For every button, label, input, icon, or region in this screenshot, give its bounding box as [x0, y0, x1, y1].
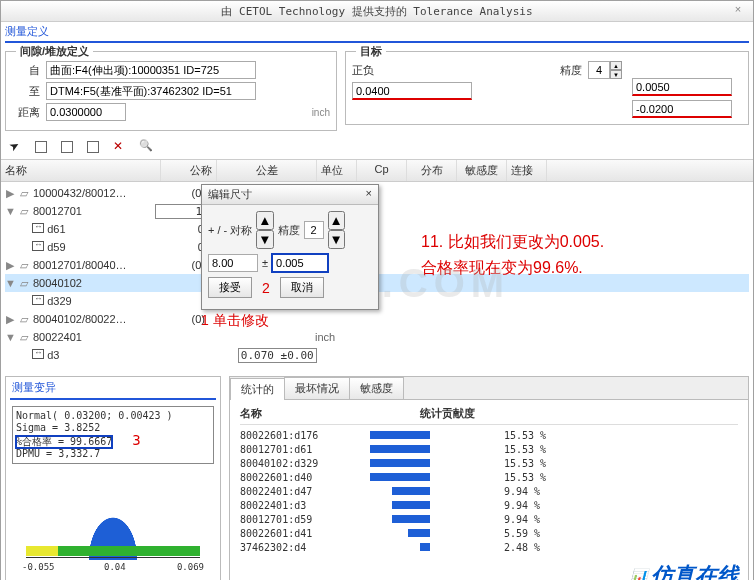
- tool-icon-1[interactable]: [35, 139, 51, 155]
- cancel-button[interactable]: 取消: [280, 277, 324, 298]
- gap-title: 间隙/堆放定义: [16, 44, 93, 59]
- app-window: 由 CETOL Technology 提供支持的 Tolerance Analy…: [0, 0, 754, 580]
- close-icon[interactable]: ×: [729, 3, 747, 19]
- target-upper-input[interactable]: [632, 78, 732, 96]
- row-name: 10000432/80012…: [33, 187, 153, 199]
- stats-row: 37462302:d42.48 %: [240, 540, 738, 554]
- stat-pct: 15.53 %: [500, 458, 560, 469]
- row-name: 80012701: [33, 205, 153, 217]
- target-title: 目标: [356, 44, 386, 59]
- stats-row: 80040102:d32915.53 %: [240, 456, 738, 470]
- stats-panel: 统计的 最坏情况 敏感度 名称 统计贡献度 80022601:d17615.53…: [229, 376, 749, 580]
- pass-rate: %合格率 = 99.6667: [16, 436, 112, 448]
- twist-icon[interactable]: ▶: [5, 313, 15, 326]
- prec-up-icon[interactable]: ▲: [328, 211, 345, 230]
- row-name: 80012701/80040…: [33, 259, 153, 271]
- divider: [5, 41, 749, 43]
- stats-row: 80012701:d599.94 %: [240, 512, 738, 526]
- spin-up-icon[interactable]: ▲: [610, 61, 622, 70]
- col-name[interactable]: 名称: [1, 160, 161, 181]
- stats-row: 80022401:d479.94 %: [240, 484, 738, 498]
- symmetry-label: + / - 对称: [208, 223, 252, 238]
- precision-label: 精度: [560, 63, 582, 78]
- col-tolerance[interactable]: 公差: [217, 160, 317, 181]
- twist-icon[interactable]: ▼: [5, 205, 15, 217]
- tab-worstcase[interactable]: 最坏情况: [284, 377, 350, 399]
- sym-down-icon[interactable]: ▼: [256, 230, 273, 249]
- posneg-label: 正负: [352, 63, 374, 78]
- pointer-icon[interactable]: [9, 139, 25, 155]
- target-nominal-input[interactable]: [352, 82, 472, 100]
- stat-name: 80022601:d40: [240, 472, 360, 483]
- from-label: 自: [12, 63, 40, 78]
- popup-prec-input[interactable]: [304, 221, 324, 239]
- stats-tabs: 统计的 最坏情况 敏感度: [230, 377, 748, 400]
- popup-tol-input[interactable]: [272, 254, 328, 272]
- twist-icon[interactable]: ▶: [5, 259, 15, 272]
- row-name: 80040102/80022…: [33, 313, 153, 325]
- dimension-tree[interactable]: 编辑尺寸 × + / - 对称 ▲▼ 精度 ▲▼ ± 接受: [1, 182, 753, 372]
- distribution-chart: -0.055 0.04 0.069: [18, 470, 208, 580]
- gap-stack-box: 间隙/堆放定义 自 至 距离 inch: [5, 51, 337, 131]
- precision-stepper[interactable]: ▲▼: [588, 61, 622, 79]
- tool-icon-3[interactable]: [87, 139, 103, 155]
- tick-a: -0.055: [22, 562, 55, 572]
- stat-name: 80022601:d41: [240, 528, 360, 539]
- twist-icon[interactable]: ▼: [5, 277, 15, 289]
- target-lower-input[interactable]: [632, 100, 732, 118]
- col-unit[interactable]: 单位: [317, 160, 357, 181]
- to-input[interactable]: [46, 82, 256, 100]
- normal-stats-box: Normal( 0.03200; 0.00423 ) Sigma = 3.825…: [12, 406, 214, 464]
- dimension-icon: [32, 349, 44, 359]
- target-box: 目标 正负 精度 ▲▼: [345, 51, 749, 125]
- tab-statistical[interactable]: 统计的: [230, 378, 285, 400]
- sym-up-icon[interactable]: ▲: [256, 211, 273, 230]
- variation-title: 测量变异: [6, 377, 220, 398]
- col-link[interactable]: 连接: [507, 160, 547, 181]
- popup-nom-input[interactable]: [208, 254, 258, 272]
- from-input[interactable]: [46, 61, 256, 79]
- table-row[interactable]: d30.070 ±0.00: [5, 346, 749, 364]
- dist-input[interactable]: [46, 103, 126, 121]
- stat-name: 80012701:d59: [240, 514, 360, 525]
- normal-l4: DPMU = 3,332.7: [16, 448, 210, 460]
- twist-icon[interactable]: ▼: [5, 331, 15, 343]
- stats-row: 80012701:d6115.53 %: [240, 442, 738, 456]
- table-row[interactable]: ▶80040102/80022…(0): [5, 310, 749, 328]
- stats-body: 名称 统计贡献度 80022601:d17615.53 %80012701:d6…: [230, 400, 748, 560]
- stats-row: 80022601:d17615.53 %: [240, 428, 738, 442]
- row-tolerance[interactable]: 0.070 ±0.00: [227, 348, 327, 363]
- row-name: d61: [47, 223, 167, 235]
- table-row[interactable]: ▼80022401inch: [5, 328, 749, 346]
- stats-row: 80022601:d4015.53 %: [240, 470, 738, 484]
- stats-col-name: 名称: [240, 406, 420, 421]
- window-title: 由 CETOL Technology 提供支持的 Tolerance Analy…: [25, 4, 729, 19]
- col-sens[interactable]: 敏感度: [457, 160, 507, 181]
- twist-icon[interactable]: ▶: [5, 187, 15, 200]
- popup-close-icon[interactable]: ×: [366, 187, 372, 202]
- stat-name: 80040102:d329: [240, 458, 360, 469]
- stat-name: 80022401:d3: [240, 500, 360, 511]
- tool-icon-2[interactable]: [61, 139, 77, 155]
- prec-down-icon[interactable]: ▼: [328, 230, 345, 249]
- part-icon: [20, 187, 28, 199]
- tick-c: 0.069: [177, 562, 204, 572]
- search-icon[interactable]: [139, 139, 155, 155]
- spin-down-icon[interactable]: ▼: [610, 70, 622, 79]
- to-label: 至: [12, 84, 40, 99]
- stat-pct: 2.48 %: [500, 542, 560, 553]
- plusminus-label: ±: [262, 257, 268, 269]
- col-dist[interactable]: 分布: [407, 160, 457, 181]
- tab-sensitivity[interactable]: 敏感度: [349, 377, 404, 399]
- precision-value[interactable]: [588, 61, 610, 79]
- col-nominal[interactable]: 公称: [161, 160, 217, 181]
- part-icon: [20, 313, 28, 325]
- dimension-icon: [32, 223, 44, 233]
- accept-button[interactable]: 接受: [208, 277, 252, 298]
- row-name: d3: [47, 349, 167, 361]
- delete-icon[interactable]: [113, 139, 129, 155]
- col-cp[interactable]: Cp: [357, 160, 407, 181]
- row-name: 80022401: [33, 331, 153, 343]
- part-icon: [20, 277, 28, 289]
- tick-b: 0.04: [104, 562, 126, 572]
